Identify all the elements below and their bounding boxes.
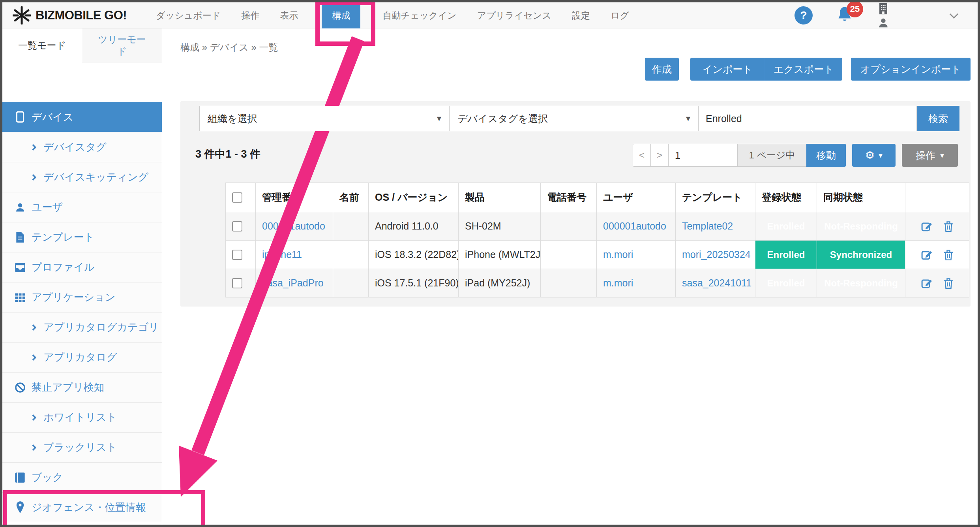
sidebar-item-label: ホワイトリスト xyxy=(43,410,117,424)
caret-down-icon: ▾ xyxy=(429,113,441,124)
sidebar-item-3[interactable]: ユーザ xyxy=(2,192,162,222)
sidebar-item-1[interactable]: デバイスタグ xyxy=(2,132,162,162)
nav-item-4[interactable]: 自動チェックイン xyxy=(372,2,467,28)
row-checkbox[interactable] xyxy=(232,250,242,260)
nav-item-5[interactable]: アプリライセンス xyxy=(467,2,562,28)
column-header-4: 製品 xyxy=(459,183,541,212)
template-icon xyxy=(14,232,26,243)
account-menu[interactable] xyxy=(877,2,890,29)
user-link[interactable]: 000001autodo xyxy=(603,220,666,232)
page-number-input[interactable] xyxy=(668,144,738,167)
enroll-status-cell: Enrolled xyxy=(755,212,817,241)
building-icon xyxy=(877,2,890,15)
user-link[interactable]: m.mori xyxy=(603,277,633,288)
nav-item-0[interactable]: ダッシュボード xyxy=(146,2,231,28)
sidebar-item-label: テンプレート xyxy=(32,230,94,244)
os-cell: iOS 18.3.2 (22D82) xyxy=(369,241,459,269)
sidebar-item-9[interactable]: 禁止アプリ検知 xyxy=(2,372,162,402)
profile-icon xyxy=(14,262,26,273)
sidebar-item-2[interactable]: デバイスキッティング xyxy=(2,162,162,192)
template-cell: Template02 xyxy=(676,212,755,241)
row-checkbox[interactable] xyxy=(232,221,242,232)
caret-down-icon: ▾ xyxy=(678,113,690,124)
nav-item-2[interactable]: 表示 xyxy=(270,2,308,28)
operations-dropdown-button[interactable]: 操作▾ xyxy=(902,144,958,167)
sidebar-item-12[interactable]: ブック xyxy=(2,462,162,492)
device-tag-select[interactable]: デバイスタグを選択 ▾ xyxy=(449,106,699,131)
sync-status-cell: Not-Responding xyxy=(817,212,905,241)
create-button[interactable]: 作成 xyxy=(645,58,679,81)
person-icon xyxy=(877,17,889,29)
device-id-link[interactable]: 000001autodo xyxy=(262,220,325,232)
main-content: 構成 » デバイス » 一覧 作成 インポート エクスポート オプションインポー… xyxy=(162,28,978,525)
sidebar-item-5[interactable]: プロファイル xyxy=(2,252,162,282)
sidebar-item-label: アプリカタログ xyxy=(43,350,117,364)
nav-item-1[interactable]: 操作 xyxy=(231,2,270,28)
template-link[interactable]: Template02 xyxy=(682,220,733,232)
os-cell: Android 11.0.0 xyxy=(369,212,459,241)
user-link[interactable]: m.mori xyxy=(603,249,633,260)
brand-logo[interactable]: BIZMOBILE GO! xyxy=(2,6,127,24)
template-cell: mori_20250324 xyxy=(676,241,755,269)
edit-icon[interactable] xyxy=(921,220,933,232)
nav-item-7[interactable]: ログ xyxy=(600,2,639,28)
trash-icon[interactable] xyxy=(943,277,954,289)
search-button[interactable]: 検索 xyxy=(917,106,959,131)
device-id-link[interactable]: sasa_iPadPro xyxy=(262,277,324,288)
import-export-group: インポート エクスポート xyxy=(690,58,842,81)
logo-asterisk-icon xyxy=(13,6,31,24)
os-cell: iOS 17.5.1 (21F90) xyxy=(369,269,459,297)
prev-page-button[interactable]: < xyxy=(633,144,651,167)
column-header-10 xyxy=(905,183,969,212)
sidebar-item-8[interactable]: アプリカタログ xyxy=(2,342,162,372)
caret-down-icon: ▾ xyxy=(940,151,944,160)
select-all-checkbox[interactable] xyxy=(232,192,242,203)
sidebar-item-6[interactable]: アプリケーション xyxy=(2,282,162,312)
export-button[interactable]: エクスポート xyxy=(765,58,842,81)
template-link[interactable]: sasa_20241011 xyxy=(682,277,751,288)
apps-icon xyxy=(14,292,26,303)
sidebar-item-10[interactable]: ホワイトリスト xyxy=(2,402,162,432)
top-navbar: BIZMOBILE GO! ダッシュボード操作表示構成自動チェックインアプリライ… xyxy=(2,2,978,28)
device-id-link[interactable]: iphone11 xyxy=(262,249,302,260)
app-root: { "colors": {"accent":"#428bca","pink":"… xyxy=(0,0,980,527)
org-select[interactable]: 組織を選択 ▾ xyxy=(199,106,450,131)
tab-list-mode[interactable]: 一覧モード xyxy=(2,28,82,62)
column-header-7: テンプレート xyxy=(676,183,755,212)
tab-tree-mode[interactable]: ツリーモード xyxy=(82,28,162,62)
option-import-button[interactable]: オプションインポート xyxy=(851,58,971,81)
row-checkbox[interactable] xyxy=(232,278,242,288)
import-button[interactable]: インポート xyxy=(690,58,765,81)
go-button[interactable]: 移動 xyxy=(806,144,846,167)
sidebar-item-11[interactable]: ブラックリスト xyxy=(2,432,162,462)
enroll-status-cell: Enrolled xyxy=(755,241,817,269)
settings-dropdown-button[interactable]: ⚙▾ xyxy=(852,144,896,167)
chevron-right-icon xyxy=(30,144,37,151)
sidebar-item-7[interactable]: アプリカタログカテゴリ xyxy=(2,312,162,342)
trash-icon[interactable] xyxy=(943,220,954,232)
sidebar-item-0[interactable]: デバイス xyxy=(2,102,162,132)
result-count: 3 件中1 - 3 件 xyxy=(195,147,260,161)
search-input[interactable] xyxy=(698,106,917,131)
sidebar-item-label: ブック xyxy=(32,471,63,484)
nav-item-3[interactable]: 構成 xyxy=(322,2,360,28)
sidebar-item-13[interactable]: ジオフェンス・位置情報 xyxy=(2,492,162,522)
help-icon[interactable]: ? xyxy=(794,6,813,24)
edit-icon[interactable] xyxy=(921,249,933,261)
next-page-button[interactable]: > xyxy=(650,144,669,167)
notifications-button[interactable]: 25 xyxy=(836,6,854,25)
brand-title: BIZMOBILE GO! xyxy=(36,8,127,23)
pin-icon xyxy=(14,501,26,513)
sidebar-item-label: ジオフェンス・位置情報 xyxy=(32,501,146,514)
edit-icon[interactable] xyxy=(921,277,933,289)
trash-icon[interactable] xyxy=(943,249,954,261)
product-cell: SH-02M xyxy=(459,212,541,241)
chevron-down-icon[interactable] xyxy=(950,9,959,19)
column-header-3: OS / バージョン xyxy=(369,183,459,212)
template-link[interactable]: mori_20250324 xyxy=(682,249,751,260)
column-header-8: 登録状態 xyxy=(755,183,817,212)
nav-item-6[interactable]: 設定 xyxy=(562,2,600,28)
sidebar-item-label: ブラックリスト xyxy=(43,440,117,454)
sidebar-item-4[interactable]: テンプレート xyxy=(2,222,162,252)
table-row: 000001autodoAndroid 11.0.0SH-02M000001au… xyxy=(226,212,969,241)
